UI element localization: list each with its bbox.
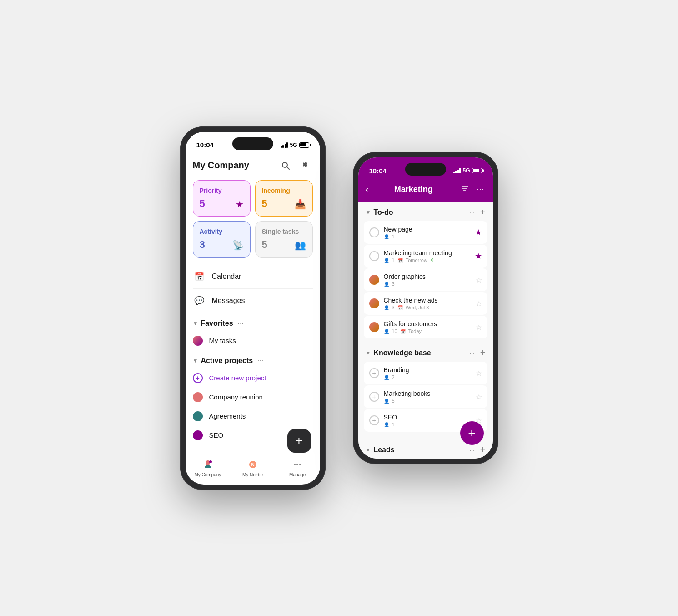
task-date-meeting: Tomorrow bbox=[406, 258, 427, 263]
active-projects-section-header: ▼ Active projects ··· bbox=[193, 350, 313, 369]
svg-point-8 bbox=[299, 464, 301, 465]
task-title-check-ads: Check the new ads bbox=[384, 297, 471, 304]
project-agreements[interactable]: Agreements bbox=[193, 407, 313, 426]
network-label-2: 5G bbox=[462, 167, 470, 174]
task-content-order-graphics: Order graphics 👤 3 bbox=[384, 273, 471, 287]
task-checkbox-new-page[interactable] bbox=[369, 227, 379, 237]
task-check-ads[interactable]: Check the new ads 👤 3 📅 Wed, Jul 3 ☆ bbox=[364, 292, 487, 315]
kb-title-books: Marketing books bbox=[384, 390, 471, 397]
favorites-more-button[interactable]: ··· bbox=[236, 319, 246, 328]
tile-activity[interactable]: Activity 3 📡 bbox=[193, 221, 251, 258]
task-marketing-meeting[interactable]: Marketing team meeting 👤 1 📅 Tomorrow 🎙 … bbox=[364, 245, 487, 268]
task-meta-meeting: 👤 1 📅 Tomorrow 🎙 bbox=[384, 258, 470, 263]
task-count-meeting: 1 bbox=[392, 258, 395, 263]
status-icons-1: 5G bbox=[281, 142, 309, 148]
messages-icon: 💬 bbox=[193, 294, 206, 307]
signal-icon-2 bbox=[453, 168, 461, 173]
favorites-section-header: ▼ Favorites ··· bbox=[193, 313, 313, 331]
task-checkbox-meeting[interactable] bbox=[369, 251, 379, 261]
kb-chevron-icon: ▼ bbox=[366, 350, 371, 356]
kb-item-marketing-books[interactable]: + Marketing books 👤 5 ☆ bbox=[364, 385, 487, 408]
signal-icon-1 bbox=[281, 142, 288, 148]
projects-more-button[interactable]: ··· bbox=[256, 357, 265, 365]
avatar-order-graphics bbox=[369, 275, 379, 285]
my-tasks-avatar bbox=[193, 336, 203, 346]
header-icons-1 bbox=[278, 158, 313, 173]
task-title-new-page: New page bbox=[384, 226, 470, 233]
my-company-tab-label: My Company bbox=[194, 472, 221, 477]
todo-add-button[interactable]: + bbox=[480, 207, 486, 217]
favorites-title: Favorites bbox=[201, 319, 233, 328]
more-button-2[interactable]: ··· bbox=[475, 185, 485, 194]
svg-line-1 bbox=[287, 167, 289, 169]
bottom-tab-my-nozbe[interactable]: N My Nozbe bbox=[230, 458, 275, 477]
kb-more-button[interactable]: ··· bbox=[467, 349, 477, 357]
svg-text:N: N bbox=[251, 462, 254, 467]
task-meta-new-page: 👤 1 bbox=[384, 234, 470, 239]
back-button-2[interactable]: ‹ bbox=[366, 184, 369, 195]
fab-button-2[interactable]: + bbox=[460, 421, 484, 445]
kb-plus-branding: + bbox=[369, 368, 379, 378]
person-icon-gifts: 👤 bbox=[384, 329, 389, 334]
create-project-label: Create new project bbox=[209, 374, 266, 382]
dynamic-island-1 bbox=[232, 137, 273, 150]
project-company-reunion[interactable]: Company reunion bbox=[193, 388, 313, 407]
kb-item-branding[interactable]: + Branding 👤 2 ☆ bbox=[364, 362, 487, 384]
kb-star-branding[interactable]: ☆ bbox=[476, 369, 482, 378]
bottom-tab-manage[interactable]: Manage bbox=[275, 458, 320, 477]
avatar-check-ads bbox=[369, 298, 379, 308]
leads-more-button[interactable]: ··· bbox=[467, 446, 477, 454]
project-create-new[interactable]: + Create new project bbox=[193, 369, 313, 388]
kb-meta-books: 👤 5 bbox=[384, 398, 471, 404]
leads-add-button[interactable]: + bbox=[480, 444, 486, 455]
task-star-ads[interactable]: ☆ bbox=[476, 299, 482, 308]
task-star-meeting[interactable]: ★ bbox=[475, 251, 482, 261]
knowledge-base-section: ▼ Knowledge base ··· + + Branding 👤 2 bbox=[358, 342, 493, 432]
task-gifts-customers[interactable]: Gifts for customers 👤 10 📅 Today ☆ bbox=[364, 316, 487, 338]
task-star-gifts[interactable]: ☆ bbox=[476, 323, 482, 332]
tile-priority[interactable]: Priority 5 ★ bbox=[193, 180, 251, 217]
settings-button-1[interactable] bbox=[298, 158, 313, 173]
fab-button-1[interactable]: + bbox=[287, 429, 311, 453]
task-content-gifts: Gifts for customers 👤 10 📅 Today bbox=[384, 320, 471, 334]
task-content-meeting: Marketing team meeting 👤 1 📅 Tomorrow 🎙 bbox=[384, 249, 470, 263]
filter-button-2[interactable] bbox=[458, 184, 471, 195]
network-label-1: 5G bbox=[290, 142, 297, 148]
tile-incoming[interactable]: Incoming 5 📥 bbox=[255, 180, 313, 217]
phone-1-content: My Company bbox=[186, 155, 320, 454]
svg-point-7 bbox=[296, 464, 298, 465]
kb-content-books: Marketing books 👤 5 bbox=[384, 390, 471, 404]
kb-star-books[interactable]: ☆ bbox=[476, 393, 482, 401]
todo-more-button[interactable]: ··· bbox=[467, 209, 477, 216]
page-title-1: My Company bbox=[193, 160, 249, 171]
leads-chevron-icon: ▼ bbox=[366, 447, 371, 453]
incoming-inbox-icon: 📥 bbox=[295, 199, 306, 210]
time-2: 10:04 bbox=[369, 167, 387, 175]
phone-2: 10:04 5G ‹ Marketing bbox=[353, 152, 498, 464]
my-tasks-item[interactable]: My tasks bbox=[193, 331, 313, 350]
bottom-tab-my-company[interactable]: My Company bbox=[186, 458, 231, 477]
kb-content-branding: Branding 👤 2 bbox=[384, 366, 471, 380]
person-icon-books: 👤 bbox=[384, 399, 389, 404]
task-star-graphics[interactable]: ☆ bbox=[476, 276, 482, 284]
kb-add-button[interactable]: + bbox=[480, 348, 486, 358]
task-order-graphics[interactable]: Order graphics 👤 3 ☆ bbox=[364, 268, 487, 291]
person-icon-ads: 👤 bbox=[384, 305, 389, 310]
task-new-page[interactable]: New page 👤 1 ★ bbox=[364, 221, 487, 244]
leads-title: Leads bbox=[373, 446, 464, 454]
nav-item-calendar[interactable]: 📅 Calendar bbox=[193, 265, 313, 289]
task-content-check-ads: Check the new ads 👤 3 📅 Wed, Jul 3 bbox=[384, 297, 471, 310]
task-star-new-page[interactable]: ★ bbox=[475, 227, 482, 237]
tile-single-tasks[interactable]: Single tasks 5 👥 bbox=[255, 221, 313, 258]
active-projects-title: Active projects bbox=[201, 357, 253, 365]
task-title-order-graphics: Order graphics bbox=[384, 273, 471, 280]
search-button-1[interactable] bbox=[278, 158, 293, 173]
phone-2-scroll[interactable]: ▼ To-do ··· + New page 👤 1 bbox=[358, 202, 493, 459]
nav-messages-label: Messages bbox=[212, 297, 245, 305]
time-1: 10:04 bbox=[196, 141, 214, 149]
task-meta-order-graphics: 👤 3 bbox=[384, 281, 471, 287]
person-icon-branding: 👤 bbox=[384, 375, 389, 380]
my-nozbe-tab-label: My Nozbe bbox=[242, 472, 263, 477]
nav-item-messages[interactable]: 💬 Messages bbox=[193, 289, 313, 313]
activity-feed-icon: 📡 bbox=[232, 240, 244, 251]
